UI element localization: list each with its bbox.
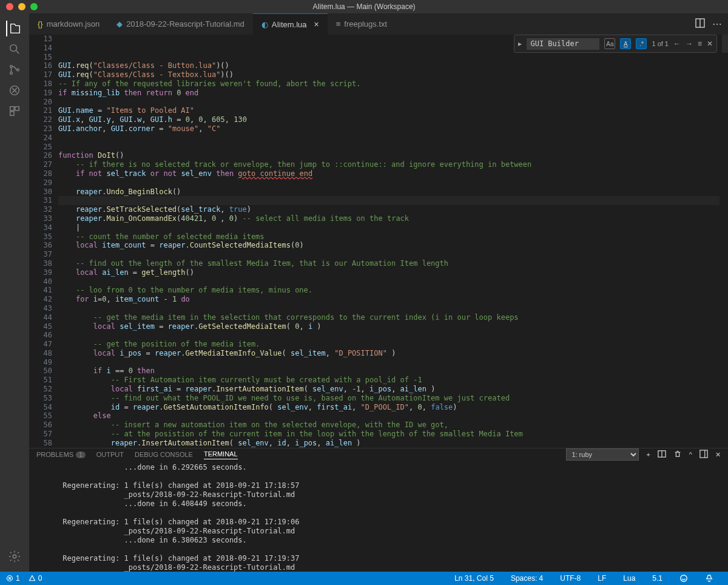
- status-eol[interactable]: LF: [598, 574, 606, 583]
- terminal-output[interactable]: ...done in 6.292665 seconds. Regeneratin…: [29, 461, 728, 585]
- status-encoding[interactable]: UTF-8: [560, 574, 581, 583]
- titlebar: AIitem.lua — Main (Workspace): [0, 0, 728, 13]
- maximize-window-icon[interactable]: [30, 3, 38, 10]
- code-area[interactable]: GUI.req("Classes/Class - Button.lua")()G…: [58, 35, 728, 448]
- editor[interactable]: 1314151617181920212223242526272829303132…: [29, 35, 728, 448]
- panel-tab-problems[interactable]: PROBLEMS 1: [36, 451, 86, 458]
- tab-reascript-tutorial[interactable]: ◆ 2018-09-22-Reascript-Tutorial.md: [108, 13, 253, 35]
- status-spaces[interactable]: Spaces: 4: [511, 574, 543, 583]
- panel-tab-debug[interactable]: DEBUG CONSOLE: [135, 451, 193, 458]
- source-control-icon[interactable]: [7, 62, 22, 78]
- minimize-window-icon[interactable]: [18, 3, 25, 10]
- debug-icon[interactable]: [7, 83, 22, 98]
- activity-bar: [0, 13, 29, 572]
- tab-label: markdown.json: [47, 19, 99, 29]
- status-warnings[interactable]: 0: [29, 574, 42, 583]
- window-controls: [6, 3, 38, 10]
- more-icon[interactable]: ⋯: [712, 18, 722, 30]
- svg-rect-6: [15, 107, 19, 110]
- markdown-icon: ◆: [116, 19, 123, 29]
- split-terminal-icon[interactable]: [658, 450, 666, 459]
- toggle-panel-layout-icon[interactable]: [699, 450, 708, 459]
- lua-icon: ◐: [261, 20, 268, 29]
- svg-point-0: [10, 45, 17, 52]
- extensions-icon[interactable]: [7, 103, 22, 119]
- status-language[interactable]: Lua: [623, 574, 635, 583]
- tab-aiitem-lua[interactable]: ◐ AIitem.lua ×: [253, 13, 328, 35]
- status-errors[interactable]: 1: [6, 574, 20, 583]
- new-terminal-icon[interactable]: +: [646, 451, 650, 458]
- minimap-slider[interactable]: [722, 35, 728, 53]
- svg-point-2: [10, 72, 13, 75]
- status-linecol[interactable]: Ln 31, Col 5: [454, 574, 494, 583]
- panel-tab-terminal[interactable]: TERMINAL: [204, 450, 238, 459]
- tab-markdown-json[interactable]: {} markdown.json: [29, 13, 108, 35]
- bottom-panel: PROBLEMS 1 OUTPUT DEBUG CONSOLE TERMINAL…: [29, 448, 728, 572]
- tab-label: AIitem.lua: [272, 20, 307, 29]
- close-window-icon[interactable]: [6, 3, 13, 10]
- search-icon[interactable]: [7, 41, 22, 57]
- text-icon: ≡: [336, 19, 341, 29]
- svg-rect-11: [700, 450, 707, 458]
- panel-tab-output[interactable]: OUTPUT: [96, 451, 124, 458]
- svg-point-8: [13, 555, 16, 558]
- line-gutter: 1314151617181920212223242526272829303132…: [29, 35, 58, 448]
- close-tab-icon[interactable]: ×: [311, 19, 319, 29]
- panel-tab-bar: PROBLEMS 1 OUTPUT DEBUG CONSOLE TERMINAL…: [29, 448, 728, 461]
- close-panel-icon[interactable]: ✕: [715, 451, 721, 459]
- tab-label: freeplugs.txt: [344, 19, 387, 29]
- window-title: AIitem.lua — Main (Workspace): [312, 2, 415, 11]
- settings-icon[interactable]: [7, 549, 22, 564]
- notifications-icon[interactable]: [705, 574, 713, 583]
- split-editor-icon[interactable]: [695, 18, 705, 30]
- problems-count-badge: 1: [76, 451, 86, 458]
- braces-icon: {}: [38, 19, 43, 29]
- minimap[interactable]: [720, 35, 728, 448]
- tab-label: 2018-09-22-Reascript-Tutorial.md: [126, 19, 244, 29]
- svg-point-3: [17, 69, 19, 71]
- svg-point-13: [681, 575, 687, 582]
- terminal-selector[interactable]: 1: ruby: [566, 448, 639, 461]
- svg-rect-5: [10, 107, 14, 110]
- svg-point-1: [10, 66, 13, 68]
- svg-rect-7: [10, 112, 14, 115]
- status-bar: 1 0 Ln 31, Col 5 Spaces: 4 UTF-8 LF Lua …: [0, 572, 728, 585]
- current-line-highlight: [58, 196, 728, 205]
- tab-bar: {} markdown.json ◆ 2018-09-22-Reascript-…: [0, 13, 728, 35]
- tab-freeplugs-txt[interactable]: ≡ freeplugs.txt: [328, 13, 396, 35]
- explorer-icon[interactable]: [6, 21, 22, 36]
- feedback-icon[interactable]: [679, 574, 688, 583]
- kill-terminal-icon[interactable]: [673, 450, 682, 459]
- maximize-panel-icon[interactable]: ^: [689, 451, 692, 458]
- status-version[interactable]: 5.1: [652, 574, 662, 583]
